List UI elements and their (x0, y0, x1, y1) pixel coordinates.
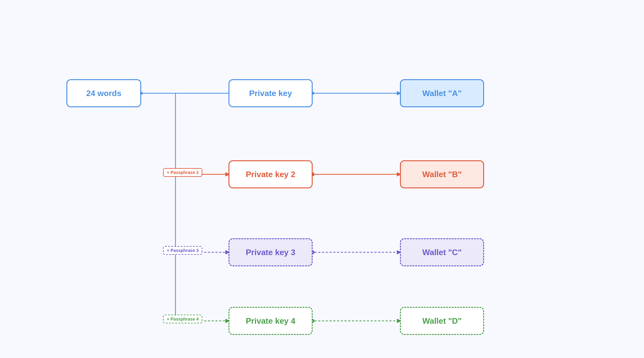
node-wallet-b: Wallet "B" (400, 160, 484, 188)
node-pk4: Private key 4 (228, 307, 313, 335)
label-passphrase2: + Passphrase 2 (167, 170, 199, 175)
label-pk1: Private key (249, 89, 292, 98)
node-24words: 24 words (66, 79, 141, 107)
node-wallet-d: Wallet "D" (400, 307, 484, 335)
node-wallet-c: Wallet "C" (400, 238, 484, 266)
label-passphrase4: + Passphrase 4 (167, 317, 199, 322)
node-pk2: Private key 2 (228, 160, 313, 188)
badge-passphrase4: + Passphrase 4 (163, 315, 202, 323)
label-wallet-b: Wallet "B" (422, 170, 462, 179)
label-wallet-a: Wallet "A" (422, 89, 462, 98)
badge-passphrase3: + Passphrase 3 (163, 246, 202, 255)
label-pk3: Private key 3 (246, 248, 295, 257)
node-wallet-a: Wallet "A" (400, 79, 484, 107)
label-24words: 24 words (86, 89, 122, 98)
node-pk1: Private key (228, 79, 313, 107)
badge-passphrase2: + Passphrase 2 (163, 168, 202, 177)
label-pk2: Private key 2 (246, 170, 295, 179)
label-wallet-d: Wallet "D" (422, 316, 462, 326)
label-pk4: Private key 4 (246, 316, 295, 326)
label-passphrase3: + Passphrase 3 (167, 248, 199, 253)
node-pk3: Private key 3 (228, 238, 313, 266)
diagram: 24 words Private key Wallet "A" + Passph… (41, 39, 603, 319)
label-wallet-c: Wallet "C" (422, 248, 462, 257)
